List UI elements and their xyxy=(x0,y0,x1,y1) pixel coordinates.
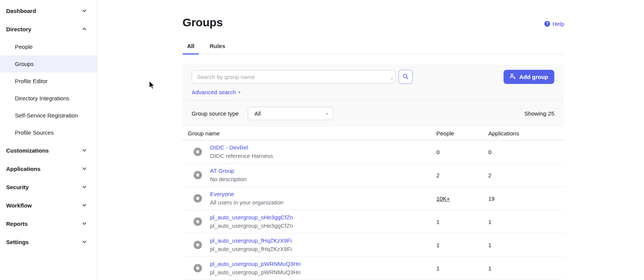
tab-bar: All Rules xyxy=(182,39,564,54)
sidebar-item-directory-integrations[interactable]: Directory Integrations xyxy=(0,90,97,107)
groups-filter-panel: Add group Advanced search ▾ Group source… xyxy=(182,64,564,127)
people-count: 1 xyxy=(436,265,488,272)
group-source-type-select[interactable]: All ▾ xyxy=(248,107,333,120)
group-name-link[interactable]: Everyone xyxy=(210,191,234,197)
group-description: pl_auto_usergroup_fHqZKzX9Fi xyxy=(210,246,292,252)
sidebar-item-self-service-registration[interactable]: Self-Service Registration xyxy=(0,107,97,124)
chevron-down-icon xyxy=(82,184,87,190)
sidebar-item-label: Directory Integrations xyxy=(15,95,69,101)
chevron-down-icon xyxy=(82,221,87,226)
group-name-link[interactable]: pl_auto_usergroup_fHqZKzX9Fi xyxy=(210,237,292,244)
sidebar-item-label: Self-Service Registration xyxy=(15,112,78,119)
applications-count: 1 xyxy=(488,219,564,225)
page-title: Groups xyxy=(182,16,223,29)
sidebar-item-label: Customizations xyxy=(6,147,49,154)
group-description: pl_auto_usergroup_pWRNMuQ3Hn xyxy=(210,269,301,275)
main-content: Groups ? Help All Rules xyxy=(98,0,644,280)
applications-count: 19 xyxy=(488,195,564,202)
group-description: OIDC reference Harness xyxy=(210,153,273,159)
chevron-down-icon xyxy=(82,166,87,171)
help-icon: ? xyxy=(544,21,550,27)
group-badge-icon xyxy=(193,264,202,273)
help-link[interactable]: ? Help xyxy=(544,21,564,27)
sidebar: Dashboard Directory People Groups Profil… xyxy=(0,0,97,280)
applications-count: 1 xyxy=(488,265,564,272)
sidebar-item-label: Profile Editor xyxy=(15,78,48,84)
table-row: pl_auto_usergroup_fHqZKzX9Fi pl_auto_use… xyxy=(182,233,564,257)
add-group-icon xyxy=(510,73,516,80)
tab-all[interactable]: All xyxy=(182,39,199,54)
group-description: All users in your organization xyxy=(210,199,284,206)
advanced-search-link[interactable]: Advanced search ▾ xyxy=(192,89,240,95)
search-button[interactable] xyxy=(399,70,413,84)
chevron-down-icon xyxy=(82,203,87,208)
group-badge-icon xyxy=(193,194,202,203)
table-row: Everyone All users in your organization … xyxy=(182,187,564,210)
column-header-applications[interactable]: Applications xyxy=(488,130,564,137)
sidebar-item-groups[interactable]: Groups xyxy=(0,55,97,72)
sidebar-item-workflow[interactable]: Workflow xyxy=(0,196,97,214)
group-badge-icon xyxy=(193,147,202,156)
sidebar-item-security[interactable]: Security xyxy=(0,178,97,196)
sidebar-item-customizations[interactable]: Customizations xyxy=(0,141,97,159)
caret-down-icon: ▾ xyxy=(239,90,240,94)
search-icon xyxy=(402,73,409,81)
sidebar-item-settings[interactable]: Settings xyxy=(0,233,97,251)
select-value: All xyxy=(254,110,261,117)
chevron-down-icon xyxy=(82,239,87,245)
group-name-link[interactable]: pl_auto_usergroup_sHe3ggCfZn xyxy=(210,214,293,220)
group-name-link[interactable]: pl_auto_usergroup_pWRNMuQ3Hn xyxy=(210,261,301,267)
search-input[interactable] xyxy=(192,70,395,84)
caret-down-icon: ▾ xyxy=(326,112,328,116)
sidebar-item-label: Applications xyxy=(6,166,40,172)
sidebar-item-label: Workflow xyxy=(6,202,32,209)
sidebar-item-label: Security xyxy=(6,184,29,190)
resize-handle-icon[interactable] xyxy=(390,75,393,82)
applications-count: 2 xyxy=(488,172,564,179)
sidebar-item-directory[interactable]: Directory xyxy=(0,20,97,38)
applications-count: 1 xyxy=(488,242,564,248)
group-source-type-label: Group source type xyxy=(192,110,239,117)
showing-count: Showing 25 xyxy=(525,110,554,117)
sidebar-item-dashboard[interactable]: Dashboard xyxy=(0,2,97,20)
chevron-down-icon xyxy=(82,148,87,153)
table-row: pl_auto_usergroup_sHe3ggCfZn pl_auto_use… xyxy=(182,210,564,233)
sidebar-item-label: Settings xyxy=(6,239,29,245)
sidebar-item-profile-editor[interactable]: Profile Editor xyxy=(0,72,97,90)
table-row: AT Group No description 2 2 xyxy=(182,164,564,187)
people-count: 2 xyxy=(436,172,488,179)
group-badge-icon xyxy=(193,240,202,249)
sidebar-item-label: Groups xyxy=(15,61,34,67)
group-badge-icon xyxy=(193,171,202,180)
table-row: OIDC - DevRel OIDC reference Harness 0 0 xyxy=(182,140,564,164)
group-description: No description xyxy=(210,176,247,182)
group-name-link[interactable]: OIDC - DevRel xyxy=(210,144,248,151)
add-group-label: Add group xyxy=(519,74,548,80)
column-header-group-name[interactable]: Group name xyxy=(182,130,436,137)
sidebar-item-label: Directory xyxy=(6,26,31,32)
table-row: pl_auto_usergroup_pWRNMuQ3Hn pl_auto_use… xyxy=(182,257,564,280)
table-header: Group name People Applications xyxy=(182,127,564,140)
help-label: Help xyxy=(552,21,564,27)
people-count: 1 xyxy=(436,219,488,225)
tab-rules[interactable]: Rules xyxy=(205,39,230,54)
sidebar-item-label: People xyxy=(15,43,33,50)
groups-table: Group name People Applications OIDC - De… xyxy=(182,127,564,280)
people-count: 1 xyxy=(436,242,488,248)
applications-count: 0 xyxy=(488,149,564,155)
column-header-people[interactable]: People xyxy=(436,130,488,137)
chevron-down-icon xyxy=(82,8,87,13)
sidebar-item-reports[interactable]: Reports xyxy=(0,214,97,233)
add-group-button[interactable]: Add group xyxy=(504,70,554,84)
people-count-link[interactable]: 10K+ xyxy=(436,195,488,202)
sidebar-item-applications[interactable]: Applications xyxy=(0,159,97,178)
people-count: 0 xyxy=(436,149,488,155)
sidebar-item-profile-sources[interactable]: Profile Sources xyxy=(0,124,97,141)
group-description: pl_auto_usergroup_sHe3ggCfZn xyxy=(210,222,293,229)
group-name-link[interactable]: AT Group xyxy=(210,167,234,174)
group-badge-icon xyxy=(193,217,202,226)
sidebar-item-label: Profile Sources xyxy=(15,129,54,136)
advanced-search-label: Advanced search xyxy=(192,89,236,95)
sidebar-item-label: Dashboard xyxy=(6,8,36,14)
sidebar-item-people[interactable]: People xyxy=(0,38,97,55)
